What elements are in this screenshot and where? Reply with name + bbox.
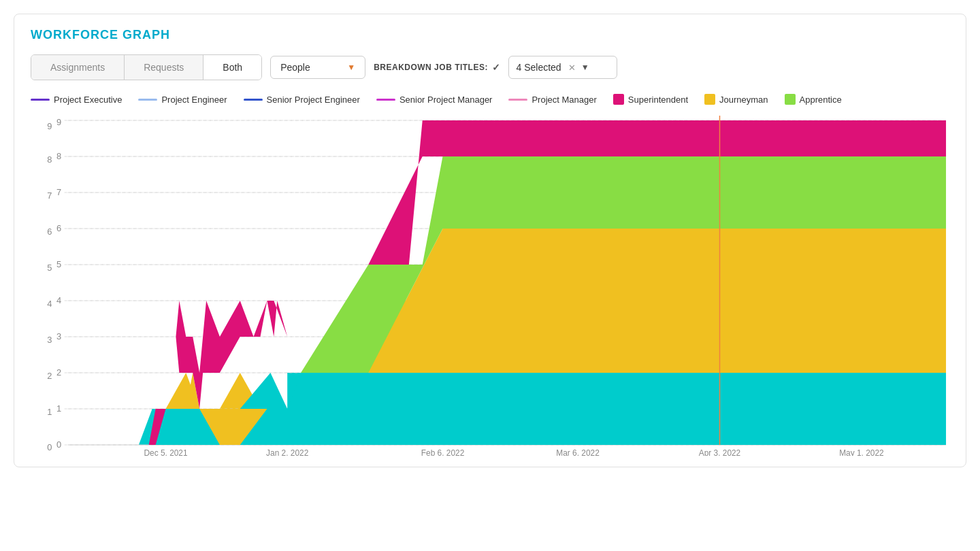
x-label-jan2: Jan 2, 2022 [266,448,309,456]
tab-group: Assignments Requests Both [31,54,262,80]
tab-both[interactable]: Both [203,55,261,80]
legend-label-senior-project-engineer: Senior Project Engineer [267,95,360,105]
y-label-8: 8 [56,151,61,161]
y-label-2: 2 [56,367,61,378]
y-label-6: 6 [56,223,61,233]
x-label-may1: May 1, 2022 [839,448,884,456]
legend-label-apprentice: Apprentice [800,95,842,105]
legend-item-senior-project-engineer: Senior Project Engineer [244,94,360,105]
chart-area: 0 1 2 3 4 5 6 7 8 9 [31,116,949,456]
legend-swatch-apprentice [785,94,796,105]
y-label-1: 1 [56,403,61,414]
y-label-5: 5 [56,259,61,269]
y-label-4: 4 [56,295,61,305]
legend-label-project-executive: Project Executive [54,95,122,105]
selected-dropdown-arrow: ▼ [581,63,589,72]
legend-item-project-manager: Project Manager [508,94,596,105]
x-label-dec5: Dec 5, 2021 [144,448,187,456]
legend-swatch-project-engineer [138,99,157,101]
legend-label-project-engineer: Project Engineer [161,95,227,105]
selected-count-label: 4 Selected [516,62,561,73]
legend: Project Executive Project Engineer Senio… [31,94,949,105]
legend-swatch-senior-project-manager [376,99,395,101]
legend-label-senior-project-manager: Senior Project Manager [399,95,493,105]
legend-label-superintendent: Superintendent [628,95,688,105]
people-dropdown-label: People [280,62,310,73]
legend-item-journeyman: Journeyman [704,94,768,105]
y-label-0: 0 [56,439,61,450]
y-label-7: 7 [56,187,61,197]
legend-item-senior-project-manager: Senior Project Manager [376,94,493,105]
legend-swatch-project-executive [31,99,50,101]
y-label-9: 9 [56,117,61,127]
legend-swatch-project-manager [508,99,527,101]
selected-clear-icon[interactable]: ✕ [568,63,576,73]
legend-label-journeyman: Journeyman [719,95,768,105]
breakdown-label: BREAKDOWN JOB TITLES: ✓ [374,62,500,73]
y-label-3: 3 [56,331,61,341]
workforce-graph-card: WORKFORCE GRAPH Assignments Requests Bot… [14,14,966,467]
breakdown-check-icon: ✓ [492,62,501,73]
toolbar: Assignments Requests Both People ▼ BREAK… [31,54,949,80]
people-dropdown[interactable]: People ▼ [270,56,365,79]
chart-svg-main: 0 1 2 3 4 5 6 7 8 9 Dec 5, 2021 Jan 2, 2… [31,116,949,456]
x-label-apr3: Apr 3, 2022 [699,448,741,456]
legend-swatch-journeyman [704,94,715,105]
people-dropdown-arrow: ▼ [347,63,355,72]
tab-assignments[interactable]: Assignments [31,55,125,80]
legend-swatch-superintendent [613,94,624,105]
x-label-mar6: Mar 6, 2022 [556,448,600,456]
page-title: WORKFORCE GRAPH [31,28,949,42]
legend-label-project-manager: Project Manager [532,95,596,105]
legend-item-project-executive: Project Executive [31,94,122,105]
selected-dropdown[interactable]: 4 Selected ✕ ▼ [508,56,617,79]
legend-swatch-senior-project-engineer [244,99,263,101]
legend-item-project-engineer: Project Engineer [138,94,227,105]
x-label-feb6: Feb 6, 2022 [421,448,465,456]
legend-item-superintendent: Superintendent [613,94,688,105]
tab-requests[interactable]: Requests [125,55,203,80]
legend-item-apprentice: Apprentice [785,94,842,105]
